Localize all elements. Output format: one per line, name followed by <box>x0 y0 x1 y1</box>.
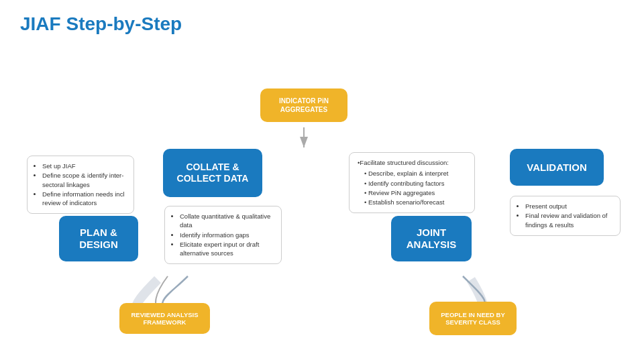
validation-list: Present output Final review and validati… <box>517 202 613 229</box>
reviewed-box: REVIEWED ANALYSIS FRAMEWORK <box>119 303 210 334</box>
validation-label: VALIDATION <box>527 162 586 174</box>
validation-item-1: Present output <box>525 202 613 210</box>
joint-item-3: • Review PiN aggregates <box>358 188 468 197</box>
indicator-box: INDICATOR PiN AGGREGATES <box>260 88 347 122</box>
joint-panel: •Facilitate structured discussion: • Des… <box>349 152 475 213</box>
plan-item-2: Define scope & identify inter-sectoral l… <box>42 171 127 189</box>
joint-label: JOINT ANALYSIS <box>407 227 456 251</box>
indicator-label: INDICATOR PiN AGGREGATES <box>279 97 329 114</box>
joint-item-4: • Establish scenario/forecast <box>358 198 468 206</box>
pin-box: PEOPLE IN NEED BY SEVERITY CLASS <box>429 302 517 335</box>
validation-panel: Present output Final review and validati… <box>510 196 621 236</box>
plan-list: Set up JIAF Define scope & identify inte… <box>34 162 127 207</box>
collate-box: COLLATE & COLLECT DATA <box>163 149 262 197</box>
plan-panel: Set up JIAF Define scope & identify inte… <box>27 156 134 214</box>
collate-item-3: Elicitate expert input or draft alternat… <box>180 240 274 258</box>
joint-item-0: •Facilitate structured discussion: <box>358 158 468 167</box>
joint-list: •Facilitate structured discussion: • Des… <box>356 158 468 206</box>
plan-box: PLAN & DESIGN <box>59 216 138 261</box>
collate-label: COLLATE & COLLECT DATA <box>177 162 249 184</box>
collate-list: Collate quantitative & qualitative data … <box>172 212 274 257</box>
collate-panel: Collate quantitative & qualitative data … <box>164 206 282 264</box>
plan-item-3: Define information needs incl review of … <box>42 190 127 208</box>
plan-label: PLAN & DESIGN <box>79 227 118 251</box>
reviewed-label: REVIEWED ANALYSIS FRAMEWORK <box>131 311 198 326</box>
collate-item-1: Collate quantitative & qualitative data <box>180 212 274 230</box>
pin-label: PEOPLE IN NEED BY SEVERITY CLASS <box>441 311 505 326</box>
joint-item-1: • Describe, explain & interpret <box>358 169 468 178</box>
page: JIAF Step-by-Step <box>0 0 644 362</box>
validation-item-2: Final review and validation of findings … <box>525 211 613 229</box>
joint-box: JOINT ANALYSIS <box>391 216 472 261</box>
validation-box: VALIDATION <box>510 149 604 186</box>
collate-item-2: Identify information gaps <box>180 231 274 239</box>
page-title: JIAF Step-by-Step <box>20 13 624 35</box>
joint-item-2: • Identify contributing factors <box>358 179 468 188</box>
plan-item-1: Set up JIAF <box>42 162 127 170</box>
diagram: INDICATOR PiN AGGREGATES COLLATE & COLLE… <box>20 48 624 350</box>
